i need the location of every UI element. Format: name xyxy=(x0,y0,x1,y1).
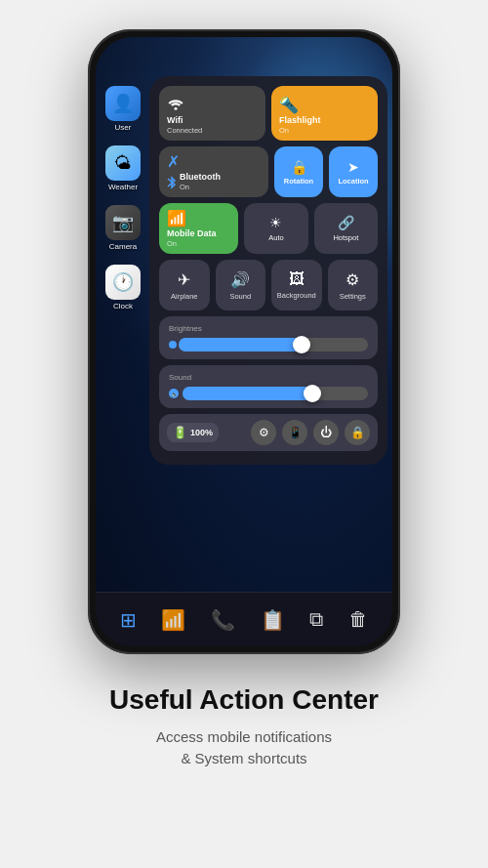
rotation-tile[interactable]: 🔒 Rotation xyxy=(274,146,323,197)
sound-icon: 🔊 xyxy=(230,270,250,289)
wifi-status: Connected xyxy=(167,126,202,135)
flashlight-label: Flashlight xyxy=(279,116,321,126)
sound-slider-row: 🔉 xyxy=(169,387,368,400)
sound-tile-label: Sound xyxy=(229,292,251,301)
settings-status-button[interactable]: ⚙ xyxy=(251,420,276,445)
dock-signal[interactable]: 📶 xyxy=(161,608,185,632)
background-label: Background xyxy=(277,291,316,300)
rotation-label: Rotation xyxy=(284,177,313,186)
mobile-data-status: On xyxy=(167,239,177,248)
hotspot-label: Hotspot xyxy=(333,233,358,242)
bluetooth-status: On xyxy=(180,183,221,191)
clock-app-icon: 🕐 xyxy=(105,265,141,300)
sound-thumb[interactable] xyxy=(304,385,321,402)
brightness-thumb[interactable] xyxy=(293,336,310,353)
weather-app-icon: 🌤 xyxy=(105,145,141,181)
phone-wrapper: 👤 User 🌤 Weather 📷 Camera 🕐 Clock xyxy=(88,29,400,654)
mobile-data-label: Mobile Data xyxy=(167,229,217,239)
rotation-icon: 🔒 xyxy=(291,159,307,175)
user-app-label: User xyxy=(115,123,132,132)
brightness-label: Brightnes xyxy=(169,324,368,333)
airplane-icon: ✈ xyxy=(178,270,190,289)
app-icon-clock[interactable]: 🕐 Clock xyxy=(105,265,141,310)
dock-phone[interactable]: 📞 xyxy=(211,608,235,632)
footer-title: Useful Action Center xyxy=(109,683,379,717)
dock-notes[interactable]: 📋 xyxy=(261,608,285,632)
page-footer: Useful Action Center Access mobile notif… xyxy=(70,683,418,809)
sound-fill xyxy=(183,387,312,400)
power-status-button[interactable]: ⏻ xyxy=(313,420,339,445)
brightness-track[interactable] xyxy=(179,338,368,351)
background-icon: 🖼 xyxy=(289,270,305,288)
mobile-data-tile[interactable]: 📶 Mobile Data On xyxy=(159,203,238,254)
bluetooth-icon: ✗ xyxy=(167,152,180,171)
sound-tile[interactable]: 🔊 Sound xyxy=(216,260,266,310)
cc-row-2: ✗ Bluetooth On 🔒 R xyxy=(159,146,378,197)
phone-frame: 👤 User 🌤 Weather 📷 Camera 🕐 Clock xyxy=(88,29,400,654)
camera-app-label: Camera xyxy=(109,242,137,251)
clock-app-label: Clock xyxy=(113,302,133,310)
cc-row-4: ✈ Airplane 🔊 Sound 🖼 Background ⚙ Settin… xyxy=(159,260,378,310)
cc-row-1: Wifi Connected 🔦 Flashlight On xyxy=(159,86,378,141)
battery-icon: 🔋 xyxy=(173,426,187,439)
cc-row-3: 📶 Mobile Data On ☀ Auto 🔗 Hotspot xyxy=(159,203,378,254)
brightness-section: Brightnes xyxy=(159,316,378,359)
status-row: 🔋 100% ⚙ 📱 ⏻ 🔒 xyxy=(159,414,378,451)
user-app-icon: 👤 xyxy=(105,86,141,121)
settings-tile[interactable]: ⚙ Settings xyxy=(328,260,379,310)
sound-section: Sound 🔉 xyxy=(159,365,378,408)
camera-app-icon: 📷 xyxy=(105,205,141,240)
app-icon-camera[interactable]: 📷 Camera xyxy=(105,205,141,251)
phone-dock: ⊞ 📶 📞 📋 ⧉ 🗑 xyxy=(96,592,392,646)
wifi-label: Wifi xyxy=(167,116,183,126)
brightness-fill xyxy=(179,338,302,351)
battery-percentage: 100% xyxy=(190,428,213,437)
airplane-tile[interactable]: ✈ Airplane xyxy=(159,260,210,310)
control-center: Wifi Connected 🔦 Flashlight On ✗ xyxy=(149,76,387,465)
screen-record-button[interactable]: 📱 xyxy=(282,420,307,445)
svg-point-0 xyxy=(175,107,178,110)
hotspot-tile[interactable]: 🔗 Hotspot xyxy=(314,203,378,254)
phone-screen: 👤 User 🌤 Weather 📷 Camera 🕐 Clock xyxy=(96,37,392,646)
sound-track[interactable] xyxy=(183,387,368,400)
flashlight-icon: 🔦 xyxy=(279,96,299,114)
bluetooth-tile[interactable]: ✗ Bluetooth On xyxy=(159,146,268,197)
app-icon-weather[interactable]: 🌤 Weather xyxy=(105,145,141,191)
settings-label: Settings xyxy=(340,292,366,301)
wifi-tile[interactable]: Wifi Connected xyxy=(159,86,265,141)
flashlight-status: On xyxy=(279,126,289,135)
lock-status-button[interactable]: 🔒 xyxy=(345,420,370,445)
left-apps: 👤 User 🌤 Weather 📷 Camera 🕐 Clock xyxy=(105,86,141,310)
location-icon: ➤ xyxy=(347,159,359,175)
sound-label: Sound xyxy=(169,373,368,382)
brightness-slider-row xyxy=(169,338,368,351)
bluetooth-label: Bluetooth xyxy=(180,173,221,183)
weather-app-label: Weather xyxy=(108,183,138,191)
background-tile[interactable]: 🖼 Background xyxy=(271,260,322,310)
auto-label: Auto xyxy=(268,233,283,242)
dock-trash[interactable]: 🗑 xyxy=(348,608,368,631)
dock-multitask[interactable]: ⧉ xyxy=(309,608,323,631)
app-icon-user[interactable]: 👤 User xyxy=(105,86,141,132)
flashlight-tile[interactable]: 🔦 Flashlight On xyxy=(271,86,378,141)
wifi-icon xyxy=(167,97,184,114)
airplane-label: Airplane xyxy=(171,292,198,301)
dock-finder[interactable]: ⊞ xyxy=(120,608,137,632)
settings-icon: ⚙ xyxy=(346,270,359,289)
hotspot-icon: 🔗 xyxy=(338,215,354,230)
location-label: Location xyxy=(338,177,368,186)
location-tile[interactable]: ➤ Location xyxy=(329,146,378,197)
mobile-data-icon: 📶 xyxy=(167,209,186,227)
auto-brightness-icon: ☀ xyxy=(269,215,282,230)
battery-badge: 🔋 100% xyxy=(167,423,219,442)
status-buttons: ⚙ 📱 ⏻ 🔒 xyxy=(251,420,370,445)
footer-subtitle: Access mobile notifications& System shor… xyxy=(109,726,379,770)
auto-tile[interactable]: ☀ Auto xyxy=(244,203,307,254)
